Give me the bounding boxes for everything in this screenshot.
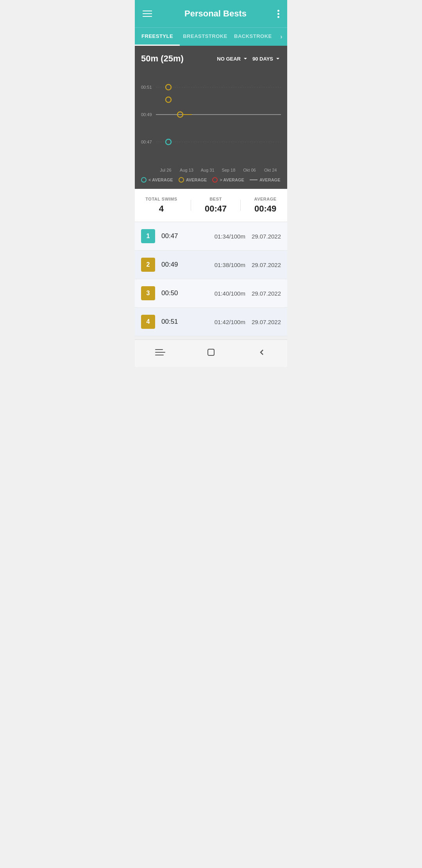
x-label-2: Aug 13	[176, 168, 197, 172]
rank-row-4[interactable]: 4 00:51 01:42/100m 29.07.2022	[135, 308, 287, 336]
legend-avg-dot	[179, 177, 184, 183]
chart-x-axis: Jul 26 Aug 13 Aug 31 Sep 18 Okt 06 Okt 2…	[141, 165, 281, 172]
legend-above-avg-dot	[212, 177, 218, 183]
gear-filter-button[interactable]: NO GEAR	[217, 56, 249, 62]
rank-badge-2: 2	[141, 258, 155, 272]
rank-date-1: 29.07.2022	[252, 233, 281, 240]
tab-breaststroke[interactable]: BREASTSTROKE	[180, 28, 231, 46]
rank-row-3[interactable]: 3 00:50 01:40/100m 29.07.2022	[135, 279, 287, 308]
stat-best: BEST 00:47	[205, 197, 227, 214]
rank-time-4: 00:51	[161, 318, 215, 326]
x-label-5: Okt 06	[239, 168, 260, 172]
rank-date-4: 29.07.2022	[252, 319, 281, 325]
rank-date-3: 29.07.2022	[252, 290, 281, 297]
menu-icon[interactable]	[143, 11, 154, 17]
rankings-list: 1 00:47 01:34/100m 29.07.2022 2 00:49 01…	[135, 222, 287, 336]
chart-section: 50m (25m) NO GEAR 90 DAYS 00:51 00:49 00…	[135, 46, 287, 189]
rank-pace-4: 01:42/100m	[215, 319, 245, 325]
legend-avg-line: AVERAGE	[250, 178, 281, 182]
tab-freestyle[interactable]: FREESTYLE	[135, 28, 180, 46]
stat-divider-1	[191, 200, 191, 211]
rank-pace-3: 01:40/100m	[215, 290, 245, 297]
rank-badge-1: 1	[141, 229, 155, 243]
rank-row-1[interactable]: 1 00:47 01:34/100m 29.07.2022	[135, 222, 287, 251]
svg-rect-12	[208, 349, 214, 355]
nav-home-button[interactable]	[201, 345, 221, 359]
legend-avg: AVERAGE	[179, 177, 207, 183]
stat-divider-2	[240, 200, 241, 211]
rank-time-2: 00:49	[161, 261, 215, 269]
stat-total-swims: TOTAL SWIMS 4	[145, 197, 177, 214]
rank-pace-1: 01:34/100m	[215, 233, 245, 240]
bottom-nav	[135, 339, 287, 367]
rank-badge-4: 4	[141, 315, 155, 329]
stat-average: AVERAGE 00:49	[254, 197, 277, 214]
chart-header: 50m (25m) NO GEAR 90 DAYS	[141, 54, 281, 64]
rank-row-2[interactable]: 2 00:49 01:38/100m 29.07.2022	[135, 251, 287, 279]
chart-title: 50m (25m)	[141, 54, 184, 64]
more-options-icon[interactable]	[277, 10, 279, 18]
tab-overflow-indicator: ›	[275, 28, 287, 46]
rank-pace-2: 01:38/100m	[215, 262, 245, 268]
nav-back-button[interactable]	[252, 345, 272, 359]
svg-text:00:49: 00:49	[141, 112, 152, 117]
legend-below-avg-dot	[141, 177, 147, 183]
chart-graph: 00:51 00:49 00:47	[141, 75, 281, 161]
nav-menu-button[interactable]	[150, 345, 170, 359]
rank-time-1: 00:47	[161, 232, 215, 240]
legend-below-avg: < AVERAGE	[141, 177, 173, 183]
stats-section: TOTAL SWIMS 4 BEST 00:47 AVERAGE 00:49	[135, 189, 287, 222]
x-label-1: Jul 26	[155, 168, 176, 172]
rank-badge-3: 3	[141, 286, 155, 300]
legend-above-avg: > AVERAGE	[212, 177, 244, 183]
x-label-6: Okt 24	[260, 168, 281, 172]
svg-text:00:51: 00:51	[141, 85, 152, 90]
page-title: Personal Bests	[184, 9, 247, 19]
tab-bar: FREESTYLE BREASTSTROKE BACKSTROKE ›	[135, 27, 287, 46]
x-label-4: Sep 18	[218, 168, 239, 172]
legend-avg-line-symbol	[250, 179, 257, 180]
days-filter-button[interactable]: 90 DAYS	[252, 56, 281, 62]
app-header: Personal Bests	[135, 0, 287, 27]
x-label-3: Aug 31	[197, 168, 218, 172]
rank-time-3: 00:50	[161, 289, 215, 297]
rank-date-2: 29.07.2022	[252, 262, 281, 268]
svg-point-8	[166, 97, 171, 102]
svg-text:00:47: 00:47	[141, 140, 152, 144]
chart-legend: < AVERAGE AVERAGE > AVERAGE AVERAGE	[141, 177, 281, 183]
chart-filters: NO GEAR 90 DAYS	[217, 56, 281, 62]
tab-backstroke[interactable]: BACKSTROKE	[231, 28, 275, 46]
